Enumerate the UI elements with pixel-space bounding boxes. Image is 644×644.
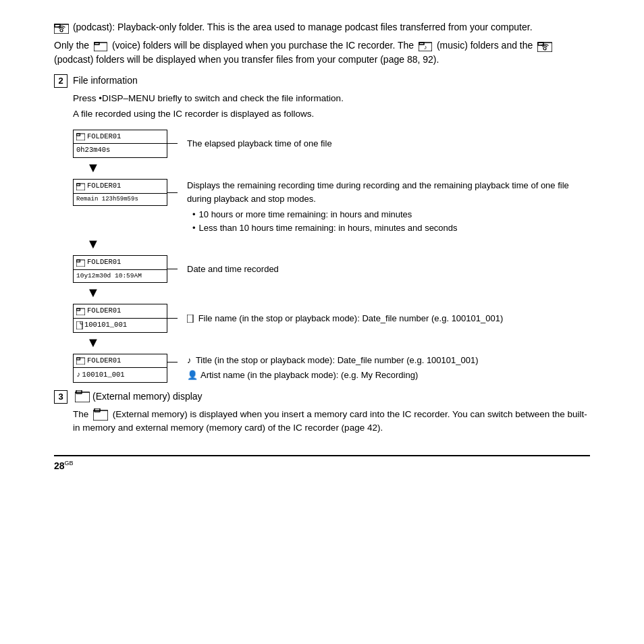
section3-title-text: (External memory) display [92, 390, 203, 404]
lcd-5: FOLDER01 ♪ 100101_001 [73, 354, 167, 383]
intro-text2-post: (music) folders and the [437, 40, 533, 51]
lcd3-folder: FOLDER01 [87, 257, 121, 268]
section3-title: (External memory) display [73, 390, 203, 404]
svg-rect-17 [76, 308, 85, 315]
page-superscript: GB [65, 460, 74, 467]
connector-2 [167, 192, 178, 193]
section2-header: 2 File information [54, 74, 590, 88]
section3-number: 3 [54, 390, 68, 404]
podcast-icon-inline2 [537, 40, 552, 52]
diagram-label-1: The elapsed playback time of one file [187, 137, 590, 151]
music-icon-label: ♪ [187, 355, 192, 365]
connector-4 [167, 318, 178, 319]
svg-rect-16 [77, 260, 80, 262]
voice-folder-icon-inline [94, 41, 107, 51]
arrow-2: ▼ [86, 237, 590, 252]
lcd-2: FOLDER01 Remain 123h59m59s [73, 179, 167, 206]
lcd4-filename: 100101_001 [84, 320, 127, 331]
arrow-1: ▼ [86, 161, 590, 176]
diagram-label-2: Displays the remaining recording time du… [187, 179, 590, 234]
intro-text2-pre: Only the [54, 40, 89, 51]
bullet-text-1: 10 hours or more time remaining: in hour… [199, 208, 412, 221]
svg-rect-22 [77, 358, 80, 360]
lcd-4: FOLDER01 100101_001 [73, 304, 167, 333]
lcd2-folder: FOLDER01 [87, 181, 121, 192]
diagram-row-1: FOLDER01 0h23m40s The elapsed playback t… [73, 130, 590, 159]
page-number: 28 [54, 460, 65, 471]
diagram-label-5: ♪ Title (in the stop or playback mode): … [187, 354, 590, 382]
intro-text2-podcast: (podcast) folders will be displayed when… [54, 54, 439, 65]
svg-point-2 [60, 29, 63, 32]
bullet-dot-1: • [192, 208, 196, 221]
svg-rect-21 [76, 358, 85, 365]
svg-text:♪: ♪ [424, 44, 427, 51]
arrow-4: ▼ [86, 336, 590, 351]
svg-rect-6 [419, 43, 424, 45]
lcd-3: FOLDER01 10y12m30d 10:59AM [73, 255, 167, 283]
diagram-label-4: File name (in the stop or playback mode)… [187, 312, 590, 325]
lcd5-value: ♪ 100101_001 [74, 368, 167, 382]
recorded-text: A file recorded using the IC recorder is… [73, 107, 590, 121]
diagram-row-3: FOLDER01 10y12m30d 10:59AM Date and time… [73, 255, 590, 283]
connector-3 [167, 269, 178, 269]
lcd4-folder: FOLDER01 [87, 306, 121, 317]
lcd4-value: 100101_001 [74, 319, 167, 332]
music-folder-icon-inline: ♪ [419, 41, 432, 51]
lcd1-folder: FOLDER01 [87, 132, 121, 142]
svg-rect-15 [76, 260, 85, 267]
connector-1 [167, 143, 178, 144]
section2-number: 2 [54, 74, 68, 88]
bullet-item-2: • Less than 10 hours time remaining: in … [192, 221, 590, 235]
section3-body: The (External memory) is displayed when … [73, 408, 590, 435]
bullet-item-1: • 10 hours or more time remaining: in ho… [192, 208, 590, 221]
lcd-1: FOLDER01 0h23m40s [73, 130, 167, 159]
lcd5-filename: 100101_001 [82, 370, 125, 381]
page-footer: 28GB [54, 455, 590, 473]
section3-header: 3 (External memory) display [54, 390, 590, 404]
diag2-bullets: • 10 hours or more time remaining: in ho… [192, 208, 590, 234]
diag5-title-line: ♪ Title (in the stop or playback mode): … [187, 354, 590, 367]
diagram-row-2: FOLDER01 Remain 123h59m59s Displays the … [73, 179, 590, 234]
intro-text2-voice: (voice) folders will be displayed when y… [112, 40, 414, 51]
ext-memory-icon-header [75, 390, 90, 402]
lcd2-value: Remain 123h59m59s [74, 194, 167, 206]
svg-rect-14 [77, 184, 80, 186]
svg-rect-13 [76, 184, 85, 190]
section3-text: The (External memory) is displayed when … [73, 408, 590, 435]
intro-text1: (podcast): Playback-only folder. This is… [73, 22, 533, 32]
diagram-label-3: Date and time recorded [187, 263, 590, 276]
ext-memory-icon-body [93, 408, 108, 421]
music-icon: ♪ [76, 369, 81, 381]
lcd3-value: 10y12m30d 10:59AM [74, 270, 167, 282]
svg-rect-19 [76, 321, 82, 329]
bullet-text-2: Less than 10 hours time remaining: in ho… [199, 221, 458, 235]
artist-text: Artist name (in the playback mode): (e.g… [200, 369, 418, 382]
podcast-icon-inline [54, 22, 69, 34]
svg-rect-4 [95, 43, 99, 45]
svg-rect-11 [76, 134, 85, 140]
lcd1-value: 0h23m40s [74, 144, 167, 157]
diagram-row-4: FOLDER01 100101_001 File name (i [73, 304, 590, 333]
diagram-row-5: FOLDER01 ♪ 100101_001 ♪ Title (in the st… [73, 354, 590, 383]
arrow-3: ▼ [86, 286, 590, 301]
doc-icon-label [187, 313, 198, 323]
svg-rect-18 [77, 308, 80, 311]
svg-rect-3 [94, 43, 107, 51]
svg-point-10 [543, 47, 546, 50]
intro-para1: (podcast): Playback-only folder. This is… [54, 20, 590, 34]
diag2-main-text: Displays the remaining recording time du… [187, 179, 590, 205]
lcd5-folder: FOLDER01 [87, 356, 121, 367]
intro-para2: Only the (voice) folders will be display… [54, 38, 590, 67]
section2-body: Press •DISP–MENU briefly to switch and c… [73, 92, 590, 383]
connector-5 [167, 362, 178, 363]
svg-rect-12 [77, 134, 80, 136]
diagram-area: FOLDER01 0h23m40s The elapsed playback t… [73, 130, 590, 383]
bullet-dot-2: • [192, 221, 196, 235]
section2-title: File information [73, 74, 138, 88]
diag5-artist-line: 👤 Artist name (in the playback mode): (e… [187, 369, 590, 382]
svg-rect-20 [187, 315, 193, 323]
person-icon: 👤 [187, 369, 198, 382]
press-text: Press •DISP–MENU briefly to switch and c… [73, 92, 590, 105]
page-content: (podcast): Playback-only folder. This is… [54, 20, 590, 473]
